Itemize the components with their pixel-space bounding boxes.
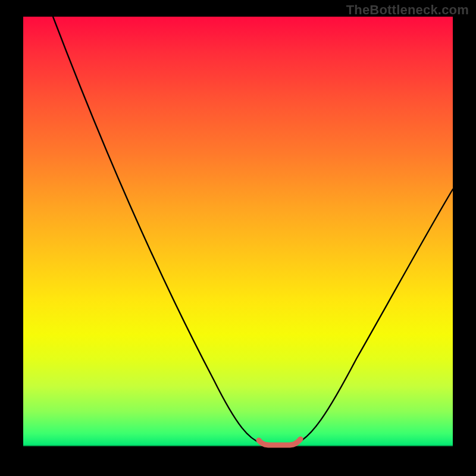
bottleneck-curve-svg xyxy=(23,17,453,446)
chart-frame: TheBottleneck.com xyxy=(0,0,476,476)
watermark-text: TheBottleneck.com xyxy=(346,2,469,18)
bottleneck-curve-main xyxy=(53,17,453,445)
valley-highlight xyxy=(259,439,300,445)
plot-area xyxy=(23,17,453,446)
